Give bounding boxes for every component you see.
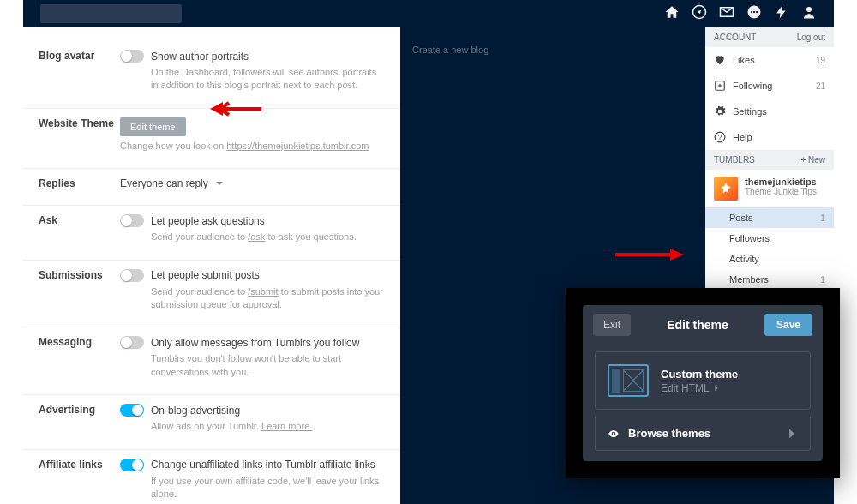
settings-help: Allow ads on your Tumblr. Learn more. [120,420,385,433]
blog-subtitle: Theme Junkie Tips [745,187,817,196]
create-blog-link[interactable]: Create a new blog [412,45,693,55]
settings-title-text: Only allow messages from Tumblrs you fol… [151,337,359,349]
settings-label: Advertising [39,404,120,433]
following-icon [714,80,726,92]
account-item-likes[interactable]: Likes 19 [705,47,834,73]
settings-panel: Blog avatar Show author portraits On the… [23,27,400,504]
eye-icon [608,428,620,440]
topbar-icons [664,4,834,23]
account-item-help[interactable]: ? Help [705,124,834,150]
top-bar [23,0,834,27]
toggle-messaging[interactable] [120,336,144,349]
settings-title-text: On-blog advertising [151,405,240,417]
settings-help: On the Dashboard, followers will see aut… [120,66,385,93]
settings-label: Ask [39,214,120,243]
settings-help: Send your audience to /submit to submit … [120,285,385,312]
svg-text:?: ? [718,134,722,141]
toggle-advertising[interactable] [120,404,144,417]
home-icon[interactable] [664,4,680,23]
blog-sub-activity[interactable]: Activity [705,249,834,269]
logout-link[interactable]: Log out [797,33,825,42]
help-icon: ? [714,131,726,143]
svg-point-9 [613,432,614,434]
settings-label: Submissions [39,269,120,312]
replies-dropdown[interactable]: Everyone can reply [120,177,385,189]
tumblrs-header: TUMBLRS + New [705,150,834,170]
blog-sub-posts[interactable]: Posts1 [705,207,834,228]
learn-more-link[interactable]: Learn more. [261,421,312,431]
gear-icon [714,105,726,117]
settings-help: Send your audience to /ask to ask you qu… [120,231,385,243]
edit-theme-title: Edit theme [667,318,728,332]
blog-sub-followers[interactable]: Followers [705,228,834,249]
toggle-submissions[interactable] [120,269,144,282]
blog-name: themejunkietips [745,177,817,187]
edit-theme-header: Exit Edit theme Save [583,305,823,345]
settings-help: Change how you look on https://themejunk… [120,140,385,153]
browse-themes-button[interactable]: Browse themes [595,417,811,451]
settings-title-text: Change unaffiliated links into Tumblr af… [151,459,375,471]
mail-icon[interactable] [719,4,734,23]
settings-row-replies: Replies Everyone can reply [23,169,400,206]
blog-sub-members[interactable]: Members1 [705,269,834,290]
settings-row-affiliate: Affiliate links Change unaffiliated link… [23,450,400,504]
exit-button[interactable]: Exit [593,314,631,336]
heart-icon [714,54,726,66]
settings-label: Replies [39,177,120,189]
search-input[interactable] [40,4,182,23]
settings-label: Blog avatar [39,50,120,93]
submit-link[interactable]: /submit [248,286,278,297]
theme-thumbnail-icon [608,364,649,397]
settings-row-theme: Website Theme Edit theme Change how you … [23,109,400,169]
blog-entry[interactable]: themejunkietips Theme Junkie Tips [705,170,834,207]
settings-label: Affiliate links [39,459,120,501]
edit-theme-overlay: Exit Edit theme Save Custom theme Edit H… [566,288,840,478]
settings-help: Tumblrs you don't follow won't be able t… [120,352,385,379]
toggle-ask[interactable] [120,214,144,227]
account-header: ACCOUNT Log out [705,27,834,47]
settings-label: Website Theme [39,117,120,153]
toggle-affiliate[interactable] [120,459,144,471]
user-icon[interactable] [801,4,817,23]
account-item-following[interactable]: Following 21 [705,73,834,99]
settings-row-messaging: Messaging Only allow messages from Tumbl… [23,327,400,395]
edit-theme-button[interactable]: Edit theme [120,117,186,136]
settings-title-text: Let people ask questions [151,215,265,227]
bolt-icon[interactable] [774,4,789,23]
new-tumblr-link[interactable]: + New [800,155,825,165]
settings-help: If you use your own affiliate code, we'l… [120,475,385,501]
account-item-settings[interactable]: Settings [705,99,834,124]
blog-avatar [714,177,738,201]
account-panel: ACCOUNT Log out Likes 19 Following 21 Se… [705,27,834,331]
chat-icon[interactable] [746,4,762,23]
svg-point-5 [806,7,812,12]
chevron-right-icon [713,385,720,392]
settings-row-submissions: Submissions Let people submit posts Send… [23,261,400,328]
svg-point-4 [756,11,758,13]
settings-row-advertising: Advertising On-blog advertising Allow ad… [23,395,400,449]
settings-title-text: Show author portraits [151,51,249,63]
settings-title-text: Let people submit posts [151,269,260,281]
svg-point-3 [753,11,755,13]
settings-row-ask: Ask Let people ask questions Send your a… [23,206,400,260]
toggle-avatar[interactable] [120,50,144,63]
compass-icon[interactable] [692,4,707,23]
custom-theme-section[interactable]: Custom theme Edit HTML [595,351,811,410]
custom-theme-title: Custom theme [661,368,738,381]
settings-label: Messaging [39,336,120,379]
chevron-down-icon [215,179,224,188]
save-button[interactable]: Save [764,314,812,336]
settings-row-avatar: Blog avatar Show author portraits On the… [23,41,400,109]
svg-point-2 [751,11,752,13]
edit-html-link[interactable]: Edit HTML [661,382,738,394]
theme-url-link[interactable]: https://themejunkietips.tumblr.com [226,141,369,151]
ask-link[interactable]: /ask [248,231,265,242]
chevron-right-icon [786,428,798,440]
